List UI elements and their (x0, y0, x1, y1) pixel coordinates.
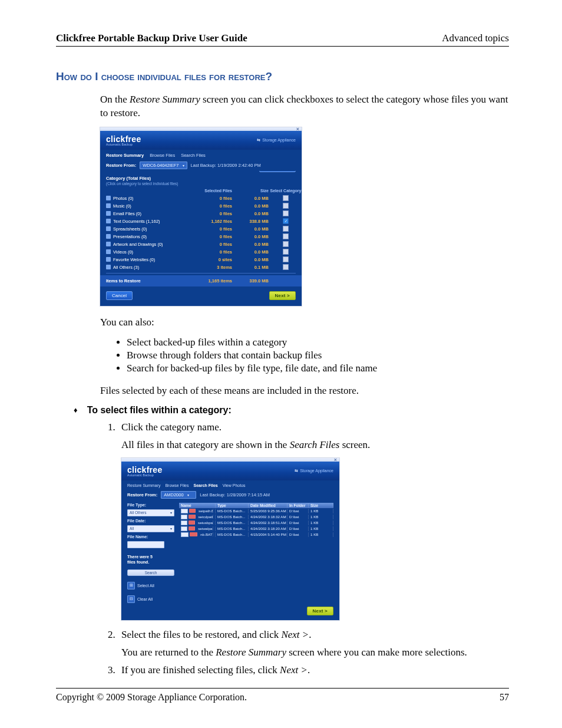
file-checkbox[interactable] (181, 532, 189, 537)
file-checkbox[interactable] (181, 509, 188, 513)
tab-browse-files[interactable]: Browse Files (165, 483, 189, 487)
file-row[interactable]: setcdpath.batMS-DOS Batch...4/24/2002 3:… (179, 514, 333, 520)
category-checkbox[interactable] (283, 218, 289, 224)
restore-from-dropdown[interactable]: WDC6-04042IEF7▾ (140, 162, 187, 169)
storage-appliance-label: ⇆Storage Appliance (257, 138, 296, 143)
category-row[interactable]: Presentations (0)0 files0.0 MB (100, 233, 302, 241)
category-checkbox[interactable] (283, 249, 289, 255)
diamond-icon: ♦ (74, 406, 78, 414)
header-section: Advanced topics (442, 32, 509, 44)
category-icon (106, 226, 111, 231)
file-row[interactable]: setusbpath.batMS-DOS Batch...4/24/2002 3… (179, 520, 333, 526)
file-row[interactable]: nb.BATMS-DOS Batch...4/15/2004 5:14:40 P… (179, 532, 333, 538)
file-icon (189, 515, 195, 519)
tab-restore-summary[interactable]: Restore Summary (106, 153, 144, 158)
intro-paragraph: On the Restore Summary screen you can cl… (100, 93, 509, 120)
file-name-input[interactable] (127, 541, 164, 548)
restore-from-dropdown[interactable]: AMD2000▾ (161, 491, 196, 499)
category-row[interactable]: Music (0)0 files0.0 MB (100, 202, 302, 210)
app-banner: clickfree Automatic Backup ⇆Storage Appl… (121, 462, 339, 480)
chevron-down-icon: ▾ (170, 526, 172, 531)
tab-bar: Restore Summary Browse Files Search File… (121, 480, 339, 487)
tab-restore-summary[interactable]: Restore Summary (127, 483, 160, 487)
search-files-screenshot: × clickfree Automatic Backup ⇆Storage Ap… (121, 458, 339, 620)
select-all-icon: ⊞ (127, 582, 135, 589)
category-icon (106, 219, 111, 223)
tab-search-files[interactable]: Search Files (193, 483, 217, 487)
search-button[interactable]: Search (127, 569, 174, 576)
window-titlebar: × (100, 127, 302, 131)
category-row[interactable]: Favorite Websites (0)0 sites0.0 MB (100, 256, 302, 263)
clear-all-row[interactable]: ⊟Clear All (127, 595, 174, 603)
category-heading: Category (Total Files) (106, 176, 151, 181)
category-checkbox[interactable] (283, 233, 289, 239)
steps-list: Click the category name. All files in th… (118, 421, 509, 676)
category-row[interactable]: Artwork and Drawings (0)0 files0.0 MB (100, 241, 302, 248)
subheading: ♦ To select files within a category: (74, 405, 509, 416)
file-type-dropdown[interactable]: All Others▾ (127, 509, 174, 516)
appliance-icon: ⇆ (257, 138, 260, 143)
category-checkbox[interactable] (283, 241, 289, 247)
window-titlebar: × (121, 458, 339, 462)
file-checkbox[interactable] (181, 526, 187, 531)
close-icon[interactable]: × (296, 126, 299, 132)
file-row[interactable]: setpath.BATMS-DOS Batch...5/25/2003 9:25… (179, 508, 333, 514)
restore-from-label: Restore From: (106, 163, 136, 168)
last-backup-label: Last Backup: 1/19/2009 2:42:40 PM (191, 163, 261, 168)
category-row[interactable]: Videos (0)0 files0.0 MB (100, 248, 302, 256)
files-selected-line: Files selected by each of these means ar… (100, 384, 509, 398)
bullet-list: Select backed-up files within a category… (127, 337, 509, 374)
category-icon (106, 234, 111, 239)
chevron-down-icon: ▾ (187, 493, 189, 497)
step-3: If you are finished selecting files, cli… (118, 664, 509, 676)
category-icon (106, 265, 111, 269)
category-row[interactable]: All Others (3)3 items0.1 MB (100, 263, 302, 271)
file-date-dropdown[interactable]: All▾ (127, 525, 174, 532)
category-checkbox[interactable] (283, 256, 289, 262)
category-checkbox[interactable] (283, 226, 289, 232)
restore-from-label: Restore From: (127, 492, 157, 498)
last-backup-label: Last Backup: 1/28/2009 7:14:15 AM (200, 492, 270, 498)
category-row[interactable]: Email Files (0)0 files0.0 MB (100, 210, 302, 218)
file-table-header: Name Type Date Modified In Folder Size (179, 503, 333, 508)
next-button[interactable]: Next > (307, 607, 333, 615)
header-title: Clickfree Portable Backup Drive User Gui… (56, 32, 247, 44)
tab-browse-files[interactable]: Browse Files (150, 153, 175, 158)
next-button[interactable]: Next > (269, 291, 296, 300)
category-row[interactable]: Text Documents (1,162)1,162 files338.8 M… (100, 218, 302, 225)
category-checkbox[interactable] (283, 195, 289, 201)
step-2: Select the files to be restored, and cli… (118, 629, 509, 658)
page-footer: Copyright © 2009 Storage Appliance Corpo… (56, 688, 509, 703)
close-icon[interactable]: × (334, 457, 337, 463)
files-found: There were 5 files found. (127, 554, 174, 565)
file-checkbox[interactable] (181, 515, 187, 519)
category-icon (106, 242, 111, 246)
file-name-label: File Name: (127, 535, 174, 539)
cancel-button[interactable]: Cancel (106, 291, 133, 300)
appliance-icon: ⇆ (295, 469, 298, 473)
items-to-restore-row: Items to Restore 1,165 items 339.0 MB (100, 275, 302, 286)
file-row[interactable]: setwalpath.batMS-DOS Batch...4/24/2002 3… (179, 526, 333, 532)
category-icon (106, 211, 111, 216)
page-number: 57 (500, 692, 509, 703)
select-all-row[interactable]: ⊞Select All (127, 582, 174, 589)
category-icon (106, 203, 111, 208)
category-icon (106, 196, 111, 200)
page-header: Clickfree Portable Backup Drive User Gui… (56, 32, 509, 47)
file-checkbox[interactable] (181, 521, 187, 525)
tab-search-files[interactable]: Search Files (181, 153, 206, 158)
category-row[interactable]: Spreadsheets (0)0 files0.0 MB (100, 225, 302, 233)
restore-all-button[interactable]: Restore All (259, 171, 296, 172)
you-can-also: You can also: (100, 316, 509, 330)
category-checkbox[interactable] (283, 203, 289, 209)
category-row[interactable]: Photos (0)0 files0.0 MB (100, 195, 302, 202)
bullet-item: Select backed-up files within a category (127, 337, 509, 348)
category-checkbox[interactable] (283, 264, 289, 270)
tab-view-photos[interactable]: View Photos (223, 483, 246, 487)
clear-all-icon: ⊟ (127, 595, 135, 603)
file-icon (190, 532, 197, 536)
chevron-down-icon: ▾ (183, 163, 184, 167)
column-headers: Selected Files Size Select Category (100, 189, 302, 195)
category-checkbox[interactable] (283, 210, 289, 216)
category-icon (106, 249, 111, 254)
